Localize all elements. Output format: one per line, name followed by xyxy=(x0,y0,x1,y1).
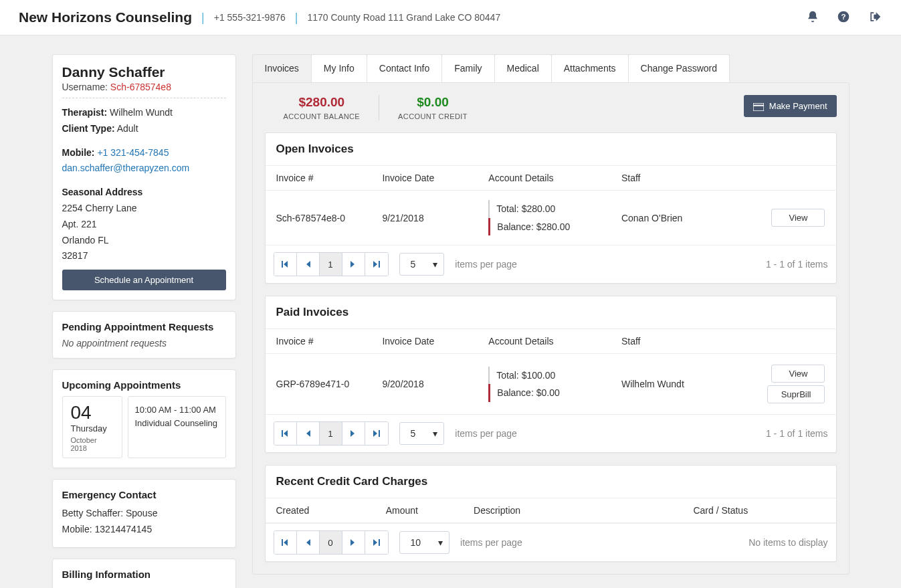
open-invoices-panel: Open Invoices Invoice # Invoice Date Acc… xyxy=(265,132,837,284)
pager: 1 xyxy=(274,421,389,446)
pending-empty: No appointment requests xyxy=(62,338,226,349)
cc-charges-title: Recent Credit Card Charges xyxy=(266,466,836,498)
pager-next-icon[interactable] xyxy=(342,531,365,554)
account-credit-amount: $0.00 xyxy=(398,95,468,110)
emergency-contact-card: Emergency Contact Betty Schaffer: Spouse… xyxy=(52,479,236,548)
pager-next-icon[interactable] xyxy=(342,422,365,445)
emergency-title: Emergency Contact xyxy=(62,489,226,500)
pager-prev-icon[interactable] xyxy=(297,531,320,554)
schedule-appointment-button[interactable]: Schedule an Appointment xyxy=(62,270,226,290)
pager-first-icon[interactable] xyxy=(274,531,297,554)
cc-charges-panel: Recent Credit Card Charges Created Amoun… xyxy=(265,465,837,562)
paid-invoices-title: Paid Invoices xyxy=(266,296,836,328)
table-row: Sch-678574e8-0 9/21/2018 Total: $280.00 … xyxy=(266,191,836,245)
address-label: Seasonal Address xyxy=(62,187,143,197)
invoice-date: 9/20/2018 xyxy=(382,379,488,389)
items-per-page-select[interactable]: 10 ▾ xyxy=(399,531,450,554)
caret-down-icon: ▾ xyxy=(431,537,449,548)
tab-invoices[interactable]: Invoices xyxy=(252,54,312,82)
account-balance-amount: $280.00 xyxy=(284,95,361,110)
invoice-number: GRP-6789e471-0 xyxy=(276,379,383,389)
suprbill-button[interactable]: SuprBill xyxy=(767,385,825,403)
view-button[interactable]: View xyxy=(771,365,825,383)
upcoming-title: Upcoming Appointments xyxy=(62,379,226,391)
bell-icon[interactable] xyxy=(806,10,819,25)
mobile-link[interactable]: +1 321-454-7845 xyxy=(97,147,169,158)
amount-due: Amount Due: $280.00 xyxy=(62,585,226,588)
client-type: Adult xyxy=(117,123,138,134)
appt-desc-tile[interactable]: 10:00 AM - 11:00 AM Individual Counselin… xyxy=(128,396,226,458)
header-address: 1170 County Road 111 Grand Lake CO 80447 xyxy=(307,12,500,23)
pager-prev-icon[interactable] xyxy=(297,253,320,276)
svg-rect-3 xyxy=(753,104,764,106)
tabbody: $280.00 ACCOUNT BALANCE $0.00 ACCOUNT CR… xyxy=(252,82,849,575)
open-invoices-title: Open Invoices xyxy=(266,133,836,165)
balance-box: $280.00 ACCOUNT BALANCE xyxy=(265,95,380,120)
tabs: Invoices My Info Contact Info Family Med… xyxy=(252,54,849,82)
pager-info: 1 - 1 of 1 items xyxy=(766,259,828,270)
invoice-staff: Wilhelm Wundt xyxy=(621,379,745,389)
tab-contact-info[interactable]: Contact Info xyxy=(367,54,443,82)
pending-requests-card: Pending Appointment Requests No appointm… xyxy=(52,311,236,359)
pending-title: Pending Appointment Requests xyxy=(62,321,226,332)
tab-change-password[interactable]: Change Password xyxy=(628,54,730,82)
caret-down-icon: ▾ xyxy=(426,259,443,270)
header-phone: +1 555-321-9876 xyxy=(214,12,286,23)
view-button[interactable]: View xyxy=(771,209,825,227)
pager-last-icon[interactable] xyxy=(365,422,388,445)
credit-box: $0.00 ACCOUNT CREDIT xyxy=(379,95,486,120)
credit-card-icon xyxy=(753,101,764,111)
upcoming-appointments-card: Upcoming Appointments 04 Thursday Octobe… xyxy=(52,369,236,468)
billing-info-card: Billing Information Amount Due: $280.00 … xyxy=(52,559,236,588)
pager-info: No items to display xyxy=(748,537,827,548)
logout-icon[interactable] xyxy=(868,10,882,25)
items-per-page-select[interactable]: 5 ▾ xyxy=(399,253,445,276)
caret-down-icon: ▾ xyxy=(426,428,443,439)
topbar: New Horizons Counseling | +1 555-321-987… xyxy=(0,0,901,35)
appt-date-tile[interactable]: 04 Thursday October 2018 xyxy=(62,396,122,458)
pager-first-icon[interactable] xyxy=(274,253,297,276)
pager-prev-icon[interactable] xyxy=(297,422,320,445)
pager-current[interactable]: 1 xyxy=(320,422,342,445)
pager: 0 xyxy=(274,530,389,555)
table-row: GRP-6789e471-0 9/20/2018 Total: $100.00 … xyxy=(266,354,836,414)
pager-info: 1 - 1 of 1 items xyxy=(766,428,828,439)
brand[interactable]: New Horizons Counseling xyxy=(19,9,192,25)
username-label: Username: xyxy=(62,82,108,92)
invoice-date: 9/21/2018 xyxy=(382,213,488,223)
pager-last-icon[interactable] xyxy=(365,531,388,554)
profile-card: Danny Schaffer Username: Sch-678574e8 Th… xyxy=(52,54,236,300)
billing-title: Billing Information xyxy=(62,569,226,580)
profile-name: Danny Schaffer xyxy=(62,64,226,80)
make-payment-button[interactable]: Make Payment xyxy=(744,95,837,117)
help-icon[interactable]: ? xyxy=(837,10,850,25)
items-per-page-select[interactable]: 5 ▾ xyxy=(399,422,445,445)
paid-invoices-panel: Paid Invoices Invoice # Invoice Date Acc… xyxy=(265,296,837,453)
therapist: Wilhelm Wundt xyxy=(110,107,173,118)
tab-family[interactable]: Family xyxy=(441,54,494,82)
pager-first-icon[interactable] xyxy=(274,422,297,445)
pager: 1 xyxy=(274,252,389,276)
tab-attachments[interactable]: Attachments xyxy=(551,54,629,82)
tab-my-info[interactable]: My Info xyxy=(311,54,367,82)
email-link[interactable]: dan.schaffer@therapyzen.com xyxy=(62,163,190,173)
invoice-staff: Conan O'Brien xyxy=(621,213,745,223)
pager-current[interactable]: 1 xyxy=(320,253,342,276)
pager-current[interactable]: 0 xyxy=(320,531,342,554)
svg-rect-2 xyxy=(753,103,764,111)
svg-text:?: ? xyxy=(841,12,845,21)
tab-medical[interactable]: Medical xyxy=(494,54,552,82)
username-value: Sch-678574e8 xyxy=(110,82,171,92)
invoice-number: Sch-678574e8-0 xyxy=(276,213,383,223)
pager-next-icon[interactable] xyxy=(342,253,365,276)
pager-last-icon[interactable] xyxy=(365,253,388,276)
